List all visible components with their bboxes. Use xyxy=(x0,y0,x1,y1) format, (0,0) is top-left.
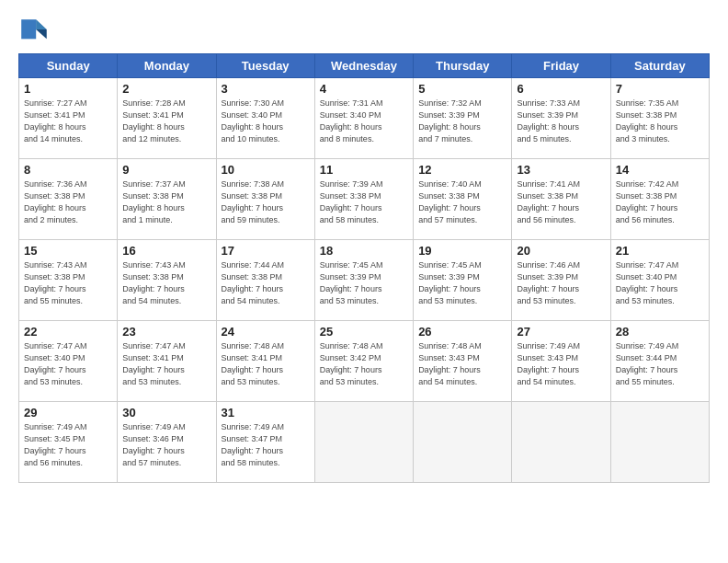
day-header-sunday: Sunday xyxy=(19,54,118,78)
day-number: 19 xyxy=(418,244,506,258)
day-info: Sunrise: 7:37 AMSunset: 3:38 PMDaylight:… xyxy=(122,178,210,226)
day-number: 16 xyxy=(122,244,210,258)
day-info: Sunrise: 7:42 AMSunset: 3:38 PMDaylight:… xyxy=(616,178,704,226)
day-info: Sunrise: 7:27 AMSunset: 3:41 PMDaylight:… xyxy=(24,98,112,145)
day-info: Sunrise: 7:39 AMSunset: 3:38 PMDaylight:… xyxy=(320,178,408,226)
calendar-cell: 31Sunrise: 7:49 AMSunset: 3:47 PMDayligh… xyxy=(216,402,314,483)
day-number: 29 xyxy=(24,406,112,419)
day-number: 24 xyxy=(222,325,310,339)
calendar-cell: 16Sunrise: 7:43 AMSunset: 3:38 PMDayligh… xyxy=(118,240,216,321)
calendar-cell xyxy=(512,402,610,483)
day-info: Sunrise: 7:35 AMSunset: 3:38 PMDaylight:… xyxy=(616,98,704,145)
day-info: Sunrise: 7:44 AMSunset: 3:38 PMDaylight:… xyxy=(222,259,310,307)
day-number: 6 xyxy=(517,82,605,96)
week-row-4: 22Sunrise: 7:47 AMSunset: 3:40 PMDayligh… xyxy=(19,321,710,402)
day-info: Sunrise: 7:49 AMSunset: 3:43 PMDaylight:… xyxy=(517,340,605,388)
day-number: 2 xyxy=(122,82,210,96)
day-number: 27 xyxy=(517,325,605,339)
calendar-cell: 18Sunrise: 7:45 AMSunset: 3:39 PMDayligh… xyxy=(314,240,413,321)
svg-marker-3 xyxy=(36,19,47,29)
calendar-cell: 20Sunrise: 7:46 AMSunset: 3:39 PMDayligh… xyxy=(512,240,610,321)
day-number: 12 xyxy=(418,163,506,177)
day-number: 7 xyxy=(616,82,704,96)
day-number: 23 xyxy=(122,325,210,339)
calendar-cell: 12Sunrise: 7:40 AMSunset: 3:38 PMDayligh… xyxy=(414,159,512,240)
calendar-cell: 10Sunrise: 7:38 AMSunset: 3:38 PMDayligh… xyxy=(216,159,314,240)
day-number: 9 xyxy=(122,163,210,177)
calendar-cell: 5Sunrise: 7:32 AMSunset: 3:39 PMDaylight… xyxy=(414,78,512,159)
calendar-cell: 22Sunrise: 7:47 AMSunset: 3:40 PMDayligh… xyxy=(19,321,118,402)
calendar-cell: 15Sunrise: 7:43 AMSunset: 3:38 PMDayligh… xyxy=(19,240,118,321)
calendar-cell: 28Sunrise: 7:49 AMSunset: 3:44 PMDayligh… xyxy=(610,321,709,402)
logo xyxy=(18,17,51,46)
calendar-cell: 25Sunrise: 7:48 AMSunset: 3:42 PMDayligh… xyxy=(314,321,413,402)
day-info: Sunrise: 7:28 AMSunset: 3:41 PMDaylight:… xyxy=(122,98,210,145)
calendar-cell: 21Sunrise: 7:47 AMSunset: 3:40 PMDayligh… xyxy=(610,240,709,321)
logo-icon xyxy=(18,17,48,46)
day-info: Sunrise: 7:43 AMSunset: 3:38 PMDaylight:… xyxy=(122,259,210,307)
calendar-cell xyxy=(414,402,512,483)
day-info: Sunrise: 7:48 AMSunset: 3:43 PMDaylight:… xyxy=(418,340,506,388)
day-number: 3 xyxy=(222,82,310,96)
calendar: SundayMondayTuesdayWednesdayThursdayFrid… xyxy=(18,53,710,483)
day-info: Sunrise: 7:38 AMSunset: 3:38 PMDaylight:… xyxy=(222,178,310,226)
day-header-wednesday: Wednesday xyxy=(314,54,413,78)
day-number: 17 xyxy=(222,244,310,258)
day-number: 8 xyxy=(24,163,112,177)
calendar-cell: 11Sunrise: 7:39 AMSunset: 3:38 PMDayligh… xyxy=(314,159,413,240)
calendar-cell: 9Sunrise: 7:37 AMSunset: 3:38 PMDaylight… xyxy=(118,159,216,240)
svg-marker-1 xyxy=(36,29,47,39)
calendar-cell: 30Sunrise: 7:49 AMSunset: 3:46 PMDayligh… xyxy=(118,402,216,483)
page: SundayMondayTuesdayWednesdayThursdayFrid… xyxy=(0,0,728,563)
week-row-5: 29Sunrise: 7:49 AMSunset: 3:45 PMDayligh… xyxy=(19,402,710,483)
day-number: 15 xyxy=(24,244,112,258)
calendar-cell: 29Sunrise: 7:49 AMSunset: 3:45 PMDayligh… xyxy=(19,402,118,483)
day-info: Sunrise: 7:36 AMSunset: 3:38 PMDaylight:… xyxy=(24,178,112,226)
calendar-cell: 3Sunrise: 7:30 AMSunset: 3:40 PMDaylight… xyxy=(216,78,314,159)
day-number: 22 xyxy=(24,325,112,339)
day-number: 25 xyxy=(320,325,408,339)
day-number: 11 xyxy=(320,163,408,177)
day-number: 30 xyxy=(122,406,210,419)
day-info: Sunrise: 7:43 AMSunset: 3:38 PMDaylight:… xyxy=(24,259,112,307)
calendar-cell: 4Sunrise: 7:31 AMSunset: 3:40 PMDaylight… xyxy=(314,78,413,159)
day-info: Sunrise: 7:47 AMSunset: 3:40 PMDaylight:… xyxy=(24,340,112,388)
day-info: Sunrise: 7:30 AMSunset: 3:40 PMDaylight:… xyxy=(222,98,310,145)
day-number: 20 xyxy=(517,244,605,258)
day-info: Sunrise: 7:40 AMSunset: 3:38 PMDaylight:… xyxy=(418,178,506,226)
day-info: Sunrise: 7:49 AMSunset: 3:47 PMDaylight:… xyxy=(222,421,310,469)
day-info: Sunrise: 7:49 AMSunset: 3:45 PMDaylight:… xyxy=(24,421,112,469)
header xyxy=(18,17,710,46)
calendar-cell: 8Sunrise: 7:36 AMSunset: 3:38 PMDaylight… xyxy=(19,159,118,240)
calendar-header-row: SundayMondayTuesdayWednesdayThursdayFrid… xyxy=(19,54,710,78)
day-info: Sunrise: 7:49 AMSunset: 3:46 PMDaylight:… xyxy=(122,421,210,469)
day-header-thursday: Thursday xyxy=(414,54,512,78)
day-info: Sunrise: 7:49 AMSunset: 3:44 PMDaylight:… xyxy=(616,340,704,388)
day-header-friday: Friday xyxy=(512,54,610,78)
svg-rect-2 xyxy=(21,19,36,39)
day-number: 10 xyxy=(222,163,310,177)
calendar-cell: 7Sunrise: 7:35 AMSunset: 3:38 PMDaylight… xyxy=(610,78,709,159)
day-info: Sunrise: 7:45 AMSunset: 3:39 PMDaylight:… xyxy=(320,259,408,307)
day-number: 13 xyxy=(517,163,605,177)
day-info: Sunrise: 7:33 AMSunset: 3:39 PMDaylight:… xyxy=(517,98,605,145)
day-info: Sunrise: 7:47 AMSunset: 3:40 PMDaylight:… xyxy=(616,259,704,307)
day-info: Sunrise: 7:48 AMSunset: 3:42 PMDaylight:… xyxy=(320,340,408,388)
day-number: 1 xyxy=(24,82,112,96)
day-number: 18 xyxy=(320,244,408,258)
day-info: Sunrise: 7:46 AMSunset: 3:39 PMDaylight:… xyxy=(517,259,605,307)
day-header-tuesday: Tuesday xyxy=(216,54,314,78)
week-row-3: 15Sunrise: 7:43 AMSunset: 3:38 PMDayligh… xyxy=(19,240,710,321)
calendar-cell: 17Sunrise: 7:44 AMSunset: 3:38 PMDayligh… xyxy=(216,240,314,321)
day-number: 26 xyxy=(418,325,506,339)
day-number: 31 xyxy=(222,406,310,419)
day-info: Sunrise: 7:47 AMSunset: 3:41 PMDaylight:… xyxy=(122,340,210,388)
day-info: Sunrise: 7:41 AMSunset: 3:38 PMDaylight:… xyxy=(517,178,605,226)
day-header-monday: Monday xyxy=(118,54,216,78)
calendar-cell: 23Sunrise: 7:47 AMSunset: 3:41 PMDayligh… xyxy=(118,321,216,402)
day-info: Sunrise: 7:48 AMSunset: 3:41 PMDaylight:… xyxy=(222,340,310,388)
calendar-cell: 2Sunrise: 7:28 AMSunset: 3:41 PMDaylight… xyxy=(118,78,216,159)
calendar-body: 1Sunrise: 7:27 AMSunset: 3:41 PMDaylight… xyxy=(19,78,710,483)
calendar-cell: 27Sunrise: 7:49 AMSunset: 3:43 PMDayligh… xyxy=(512,321,610,402)
calendar-cell: 6Sunrise: 7:33 AMSunset: 3:39 PMDaylight… xyxy=(512,78,610,159)
